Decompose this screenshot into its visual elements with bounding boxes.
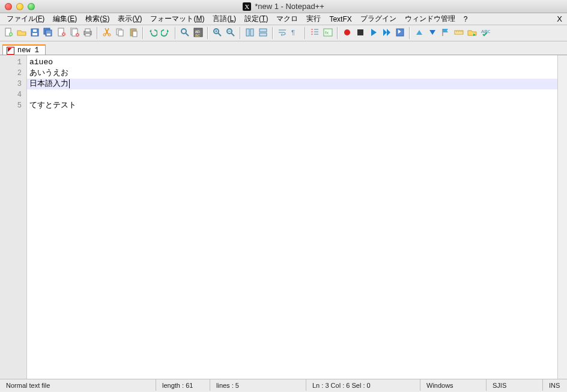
menu-bar: ファイル(F)編集(E)検索(S)表示(V)フォーマット(M)言語(L)設定(T… bbox=[0, 13, 567, 25]
menu-textfx[interactable]: TextFX bbox=[325, 14, 356, 25]
open-icon bbox=[17, 28, 26, 39]
wrap-button[interactable] bbox=[276, 27, 288, 39]
vertical-scrollbar[interactable] bbox=[557, 55, 567, 379]
folder-go-button[interactable] bbox=[466, 27, 478, 39]
code-line[interactable]: てすとテスト bbox=[27, 100, 557, 111]
play-icon bbox=[369, 28, 378, 39]
replace-button[interactable]: abac bbox=[192, 27, 204, 39]
indent-guide-button[interactable] bbox=[309, 27, 321, 39]
toolbar-separator bbox=[240, 27, 241, 39]
save-button[interactable] bbox=[29, 27, 41, 39]
find-button[interactable] bbox=[179, 27, 191, 39]
line-number: 5 bbox=[0, 100, 26, 111]
close-button[interactable] bbox=[55, 27, 67, 39]
zoom-out-button[interactable] bbox=[225, 27, 237, 39]
menu-編集e[interactable]: 編集(E) bbox=[49, 13, 81, 25]
play-multi-button[interactable] bbox=[381, 27, 393, 39]
menu-マクロ[interactable]: マクロ bbox=[272, 13, 302, 25]
ruler-button[interactable] bbox=[453, 27, 465, 39]
svg-point-36 bbox=[344, 29, 350, 35]
line-number: 2 bbox=[0, 68, 26, 79]
save-all-icon bbox=[43, 28, 53, 39]
menu-プラグイン[interactable]: プラグイン bbox=[356, 13, 401, 25]
toolbar-separator bbox=[305, 27, 306, 39]
save-macro-button[interactable] bbox=[394, 27, 406, 39]
find-icon bbox=[180, 28, 190, 39]
svg-rect-14 bbox=[85, 29, 90, 32]
svg-rect-21 bbox=[132, 28, 135, 30]
svg-rect-19 bbox=[118, 30, 123, 36]
code-line[interactable]: あいうえお bbox=[27, 68, 557, 79]
flag-icon bbox=[441, 28, 450, 39]
code-line[interactable]: aiueo bbox=[27, 57, 557, 68]
zoom-in-button[interactable] bbox=[211, 27, 223, 39]
folder-go-icon bbox=[467, 28, 477, 39]
stop-button[interactable] bbox=[354, 27, 366, 39]
menu-言語l[interactable]: 言語(L) bbox=[208, 13, 240, 25]
lang-icon: fx bbox=[323, 28, 333, 39]
toolbar-separator bbox=[97, 27, 98, 39]
status-insert: INS bbox=[543, 379, 567, 391]
svg-rect-22 bbox=[133, 31, 137, 37]
code-line[interactable]: 日本語入力 bbox=[27, 79, 557, 89]
spell-button[interactable]: ABC bbox=[479, 27, 491, 39]
toolbar-separator bbox=[409, 27, 410, 39]
menu-[interactable]: ? bbox=[459, 14, 472, 25]
menu-設定t[interactable]: 設定(T) bbox=[240, 13, 272, 25]
print-icon bbox=[83, 28, 92, 39]
window-title: X *new 1 - Notepad++ bbox=[0, 2, 567, 11]
menu-表示v[interactable]: 表示(V) bbox=[114, 13, 146, 25]
print-button[interactable] bbox=[82, 27, 94, 39]
paste-button[interactable] bbox=[127, 27, 139, 39]
status-position: Ln : 3 Col : 6 Sel : 0 bbox=[306, 379, 420, 391]
paste-icon bbox=[129, 28, 138, 39]
svg-rect-30 bbox=[250, 29, 253, 36]
title-bar: X *new 1 - Notepad++ bbox=[0, 0, 567, 13]
svg-rect-15 bbox=[85, 34, 90, 36]
mdi-close-button[interactable]: X bbox=[557, 14, 562, 23]
menu-ファイルf[interactable]: ファイル(F) bbox=[2, 13, 49, 25]
toolbar: abac¶fxABC bbox=[0, 25, 567, 41]
open-button[interactable] bbox=[16, 27, 28, 39]
show-all-button[interactable]: ¶ bbox=[290, 27, 302, 39]
minimize-window-button[interactable] bbox=[16, 3, 23, 10]
svg-point-23 bbox=[181, 29, 186, 34]
sync-h-button[interactable] bbox=[257, 27, 269, 39]
code-area[interactable]: aiueoあいうえお日本語入力てすとテスト bbox=[27, 55, 557, 379]
code-line[interactable] bbox=[27, 89, 557, 100]
copy-button[interactable] bbox=[114, 27, 126, 39]
undo-button[interactable] bbox=[147, 27, 159, 39]
close-window-button[interactable] bbox=[5, 3, 12, 10]
play-button[interactable] bbox=[368, 27, 380, 39]
svg-point-17 bbox=[108, 34, 111, 36]
cut-button[interactable] bbox=[101, 27, 113, 39]
tri-down-button[interactable] bbox=[426, 27, 438, 39]
status-lines: lines : 5 bbox=[210, 379, 306, 391]
svg-text:ac: ac bbox=[195, 33, 200, 37]
menu-フォーマットm[interactable]: フォーマット(M) bbox=[146, 13, 208, 25]
new-button[interactable] bbox=[2, 27, 14, 39]
zoom-in-icon bbox=[213, 28, 222, 39]
ruler-icon bbox=[454, 28, 464, 39]
record-button[interactable] bbox=[341, 27, 353, 39]
x11-icon: X bbox=[243, 2, 251, 11]
tri-up-button[interactable] bbox=[413, 27, 425, 39]
close-all-button[interactable] bbox=[68, 27, 80, 39]
lang-button[interactable]: fx bbox=[322, 27, 334, 39]
menu-実行[interactable]: 実行 bbox=[302, 13, 325, 25]
undo-icon bbox=[148, 28, 157, 39]
save-all-button[interactable] bbox=[42, 27, 54, 39]
menu-検索s[interactable]: 検索(S) bbox=[81, 13, 114, 25]
tab-strip: new 1 bbox=[0, 41, 567, 55]
spell-icon: ABC bbox=[481, 28, 490, 39]
sync-v-icon bbox=[245, 28, 255, 39]
tab-new-1[interactable]: new 1 bbox=[2, 44, 46, 55]
window-controls bbox=[0, 3, 35, 10]
menu-ウィンドウ管理[interactable]: ウィンドウ管理 bbox=[401, 13, 459, 25]
status-bar: Normal text file length : 61 lines : 5 L… bbox=[0, 379, 567, 391]
sync-v-button[interactable] bbox=[244, 27, 256, 39]
redo-button[interactable] bbox=[160, 27, 172, 39]
zoom-window-button[interactable] bbox=[28, 3, 35, 10]
svg-rect-32 bbox=[259, 33, 267, 36]
flag-button[interactable] bbox=[440, 27, 452, 39]
